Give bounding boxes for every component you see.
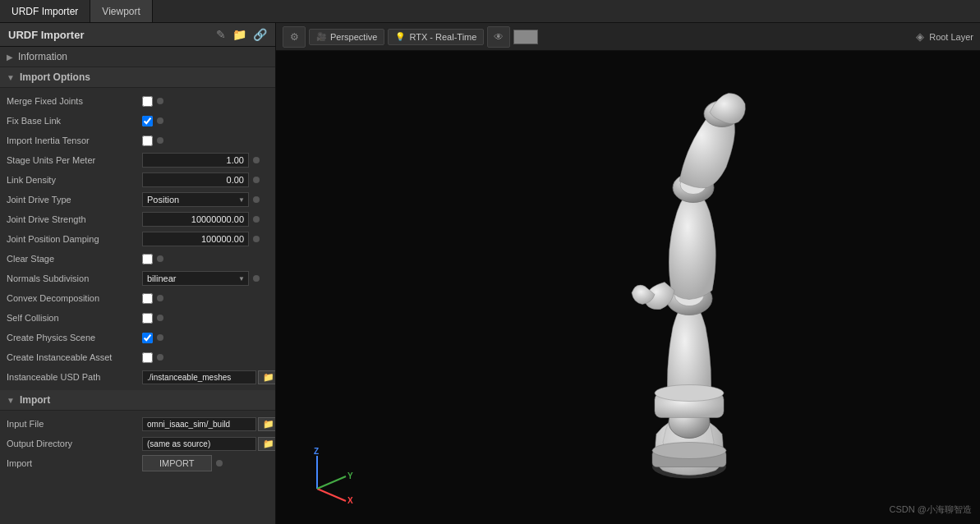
color-swatch[interactable] — [513, 30, 538, 44]
tab-viewport[interactable]: Viewport — [90, 0, 152, 22]
output-directory-folder-btn[interactable]: 📁 — [258, 437, 276, 451]
convex-decomposition-label: Convex Decomposition — [7, 293, 142, 303]
create-instanceable-asset-row: Create Instanceable Asset — [0, 347, 275, 367]
normals-subdivision-select[interactable]: bilinear none smooth — [142, 271, 249, 286]
joint-drive-type-select[interactable]: Position Velocity None — [142, 192, 249, 207]
import-button-control: IMPORT — [142, 455, 269, 471]
clear-stage-dot — [157, 255, 163, 262]
right-panel: ⚙ 🎥 Perspective 💡 RTX - Real-Time 👁 ◈ Ro… — [276, 23, 980, 524]
input-file-folder-btn[interactable]: 📁 — [258, 417, 276, 431]
rtx-icon: 💡 — [395, 32, 405, 41]
root-layer-icon: ◈ — [916, 30, 924, 43]
joint-drive-type-wrap: Position Velocity None — [142, 192, 249, 207]
joint-drive-strength-input[interactable] — [142, 212, 249, 227]
link-density-control — [142, 172, 269, 187]
merge-fixed-joints-dot — [157, 98, 163, 104]
rtx-button[interactable]: 💡 RTX - Real-Time — [388, 29, 484, 45]
perspective-button[interactable]: 🎥 Perspective — [309, 29, 384, 45]
folder-icon[interactable]: 📁 — [232, 28, 246, 41]
import-button[interactable]: IMPORT — [142, 455, 212, 471]
merge-fixed-joints-checkbox[interactable] — [142, 96, 153, 107]
robot-container — [582, 90, 812, 486]
link-density-label: Link Density — [7, 175, 142, 185]
import-section-header[interactable]: ▼ Import — [0, 390, 275, 411]
svg-text:X: X — [347, 496, 353, 505]
stage-units-dot — [253, 157, 260, 163]
root-layer: ◈ Root Layer — [916, 30, 973, 43]
joint-position-damping-label: Joint Position Damping — [7, 234, 142, 244]
information-label: Information — [18, 51, 67, 62]
create-physics-scene-checkbox[interactable] — [142, 333, 153, 343]
edit-icon[interactable]: ✎ — [216, 28, 226, 41]
tab-bar: URDF Importer Viewport — [0, 0, 980, 23]
input-file-label: Input File — [7, 419, 142, 429]
joint-drive-type-control: Position Velocity None — [142, 192, 269, 207]
fix-base-link-checkbox[interactable] — [142, 116, 153, 126]
stage-units-row: Stage Units Per Meter — [0, 150, 275, 170]
fix-base-link-dot — [157, 117, 163, 124]
import-inertia-tensor-checkbox[interactable] — [142, 136, 153, 146]
instanceable-usd-path-label: Instanceable USD Path — [7, 372, 142, 382]
joint-position-damping-input[interactable] — [142, 232, 249, 246]
link-density-row: Link Density — [0, 170, 275, 190]
fix-base-link-row: Fix Base Link — [0, 111, 275, 131]
convex-decomposition-dot — [157, 295, 163, 301]
eye-button[interactable]: 👁 — [487, 26, 510, 48]
joint-drive-type-dot — [253, 196, 260, 203]
axis-svg: Z X Y — [301, 448, 358, 505]
link-density-input[interactable] — [142, 172, 249, 187]
main-layout: URDF Importer ✎ 📁 🔗 ▶ Information ▼ Impo… — [0, 23, 980, 524]
left-panel: URDF Importer ✎ 📁 🔗 ▶ Information ▼ Impo… — [0, 23, 276, 524]
self-collision-checkbox[interactable] — [142, 313, 153, 324]
stage-units-control — [142, 153, 269, 168]
instanceable-usd-path-input[interactable] — [142, 370, 256, 384]
input-file-input[interactable] — [142, 417, 256, 431]
viewport-canvas[interactable]: Z X Y CSDN @小海聊智造 — [276, 51, 980, 524]
import-dot — [216, 460, 223, 467]
input-file-control: 📁 — [142, 417, 276, 431]
import-inertia-tensor-control — [142, 136, 269, 146]
panel-title: URDF Importer — [8, 29, 84, 41]
create-instanceable-asset-checkbox[interactable] — [142, 352, 153, 363]
svg-line-15 — [317, 476, 346, 489]
svg-point-10 — [652, 443, 726, 459]
import-button-row: Import IMPORT — [0, 453, 275, 473]
viewport-settings-button[interactable]: ⚙ — [283, 26, 306, 48]
joint-drive-strength-row: Joint Drive Strength — [0, 209, 275, 229]
clear-stage-checkbox[interactable] — [142, 254, 153, 264]
information-section-header[interactable]: ▶ Information — [0, 47, 275, 67]
create-physics-scene-dot — [157, 334, 163, 341]
create-instanceable-asset-label: Create Instanceable Asset — [7, 352, 142, 362]
import-options-section-header[interactable]: ▼ Import Options — [0, 67, 275, 88]
convex-decomposition-control — [142, 293, 269, 304]
fix-base-link-label: Fix Base Link — [7, 116, 142, 126]
fix-base-link-control — [142, 116, 269, 126]
watermark-text: CSDN @小海聊智造 — [890, 504, 972, 514]
robot-svg — [582, 90, 812, 484]
joint-position-damping-dot — [253, 236, 260, 242]
stage-units-input[interactable] — [142, 153, 249, 168]
import-options-fields: Merge Fixed Joints Fix Base Link Import … — [0, 88, 275, 390]
viewport-toolbar: ⚙ 🎥 Perspective 💡 RTX - Real-Time 👁 ◈ Ro… — [276, 23, 980, 51]
input-file-row: Input File 📁 — [0, 414, 275, 434]
convex-decomposition-row: Convex Decomposition — [0, 288, 275, 308]
create-physics-scene-label: Create Physics Scene — [7, 333, 142, 342]
stage-units-label: Stage Units Per Meter — [7, 155, 142, 165]
output-directory-row: Output Directory 📁 — [0, 434, 275, 453]
instanceable-usd-path-folder-btn[interactable]: 📁 — [258, 370, 276, 384]
create-instanceable-asset-control — [142, 352, 269, 363]
import-section-label: Import — [20, 394, 50, 406]
tab-urdf-importer[interactable]: URDF Importer — [0, 0, 90, 22]
link-icon[interactable]: 🔗 — [253, 28, 267, 41]
output-directory-input[interactable] — [142, 437, 256, 451]
perspective-label: Perspective — [330, 32, 377, 42]
clear-stage-control — [142, 254, 269, 264]
create-instanceable-asset-dot — [157, 354, 163, 361]
clear-stage-label: Clear Stage — [7, 254, 142, 264]
output-directory-control: 📁 — [142, 437, 276, 451]
merge-fixed-joints-control — [142, 96, 269, 107]
convex-decomposition-checkbox[interactable] — [142, 293, 153, 304]
camera-icon: 🎥 — [316, 32, 326, 41]
joint-drive-type-row: Joint Drive Type Position Velocity None — [0, 190, 275, 209]
root-layer-label: Root Layer — [929, 32, 973, 42]
